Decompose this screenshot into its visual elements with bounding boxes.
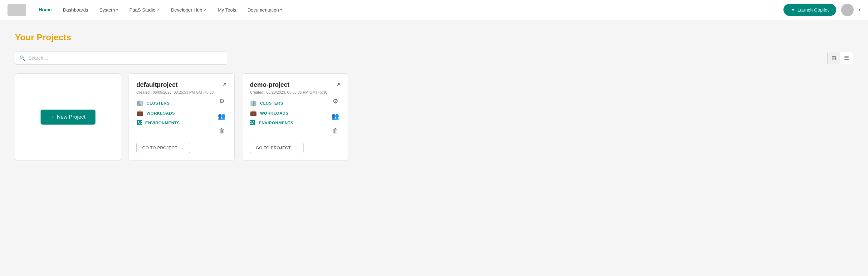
workloads-icon: 💼: [250, 110, 257, 117]
environments-icon: 🖼: [136, 120, 142, 126]
search-icon: 🔍: [19, 55, 26, 61]
clusters-icon: 🏢: [250, 100, 257, 106]
grid-icon: ⊞: [832, 55, 836, 62]
search-input[interactable]: [15, 51, 227, 65]
project-card-demo-project: demo-project ↗ Created : 06/20/2023, 05:…: [242, 73, 348, 161]
trash-icon: 🗑: [332, 127, 339, 134]
avatar[interactable]: [841, 4, 854, 16]
workloads-label: WORKLOADS: [260, 111, 289, 116]
workloads-label: WORKLOADS: [147, 111, 175, 116]
project-created: Created : 06/09/2023, 03:25:53 PM GMT+5:…: [136, 90, 227, 95]
nav-developer-hub-label: Developer Hub: [171, 7, 202, 12]
navbar: Home Dashboards System ▾ PaaS Studio ↗ D…: [0, 0, 868, 20]
arrow-right-icon: →: [180, 146, 184, 150]
nav-item-developer-hub[interactable]: Developer Hub ↗: [166, 5, 212, 15]
project-actions: ⚙ 👥 🗑: [330, 96, 340, 136]
environments-label: ENVIRONMENTS: [145, 121, 180, 125]
environments-label: ENVIRONMENTS: [259, 121, 293, 125]
go-to-project-label: GO TO PROJECT: [142, 146, 177, 150]
search-input-wrap: 🔍: [15, 51, 227, 65]
list-view-button[interactable]: ☰: [840, 52, 853, 64]
members-icon: 👥: [218, 113, 225, 120]
nav-item-dashboards[interactable]: Dashboards: [58, 5, 93, 15]
gear-icon: ⚙: [333, 98, 338, 104]
trash-icon: 🗑: [219, 127, 225, 134]
nav-item-paas-studio[interactable]: PaaS Studio ↗: [124, 5, 165, 15]
nav-item-system[interactable]: System ▾: [95, 5, 123, 15]
chevron-down-icon: ▾: [116, 8, 118, 12]
nav-documentation-label: Documentation: [247, 7, 279, 12]
view-toggle: ⊞ ☰: [828, 52, 853, 64]
members-button[interactable]: 👥: [330, 111, 340, 121]
environments-link[interactable]: 🖼 ENVIRONMENTS: [136, 120, 227, 126]
clusters-link[interactable]: 🏢 CLUSTERS: [136, 100, 227, 106]
new-project-button[interactable]: + New Project: [40, 110, 95, 125]
nav-paas-studio-label: PaaS Studio: [129, 7, 155, 12]
cards-grid: + New Project defaultproject ↗ Created :…: [15, 73, 853, 161]
project-links: 🏢 CLUSTERS 💼 WORKLOADS 🖼 ENVIRONMENTS: [136, 100, 227, 138]
nav-item-documentation[interactable]: Documentation ▾: [242, 5, 287, 15]
trend-icon[interactable]: ↗: [336, 81, 340, 88]
workloads-icon: 💼: [136, 110, 144, 117]
launch-copilot-button[interactable]: ✦ Launch Copilot: [783, 4, 836, 16]
nav-home-label: Home: [39, 7, 52, 12]
trend-icon[interactable]: ↗: [222, 81, 227, 88]
external-link-icon: ↗: [157, 8, 160, 12]
gear-icon: ⚙: [219, 98, 225, 104]
settings-button[interactable]: ⚙: [218, 96, 226, 106]
project-card-defaultproject: defaultproject ↗ Created : 06/09/2023, 0…: [128, 73, 235, 161]
workloads-link[interactable]: 💼 WORKLOADS: [250, 110, 340, 117]
arrow-right-icon: →: [293, 146, 298, 150]
project-card-header: demo-project ↗: [250, 81, 340, 88]
go-to-project-label: GO TO PROJECT: [256, 146, 291, 150]
nav-item-my-tools[interactable]: My Tools: [213, 5, 241, 15]
project-created: Created : 06/20/2023, 05:55:36 PM GMT+5:…: [250, 90, 340, 95]
copilot-icon: ✦: [791, 7, 795, 13]
settings-button[interactable]: ⚙: [331, 96, 339, 106]
nav-dashboards-label: Dashboards: [63, 7, 88, 12]
clusters-icon: 🏢: [136, 100, 144, 106]
nav-right: ✦ Launch Copilot ▾: [783, 4, 861, 16]
delete-button[interactable]: 🗑: [217, 126, 226, 136]
clusters-label: CLUSTERS: [260, 101, 283, 105]
project-name: demo-project: [250, 81, 289, 88]
members-icon: 👥: [331, 113, 339, 120]
project-actions: ⚙ 👥 🗑: [217, 96, 227, 136]
grid-view-button[interactable]: ⊞: [828, 52, 840, 64]
nav-my-tools-label: My Tools: [218, 7, 236, 12]
clusters-link[interactable]: 🏢 CLUSTERS: [250, 100, 340, 106]
nav-logo: [7, 4, 26, 16]
nav-item-home[interactable]: Home: [34, 4, 57, 15]
chevron-down-icon: ▾: [280, 8, 282, 12]
project-links: 🏢 CLUSTERS 💼 WORKLOADS 🖼 ENVIRONMENTS: [250, 100, 340, 138]
search-bar-wrap: 🔍 ⊞ ☰: [15, 51, 853, 65]
nav-links: Home Dashboards System ▾ PaaS Studio ↗ D…: [34, 4, 783, 15]
project-card-header: defaultproject ↗: [136, 81, 227, 88]
launch-copilot-label: Launch Copilot: [798, 7, 829, 12]
avatar-chevron-icon[interactable]: ▾: [859, 8, 861, 12]
workloads-link[interactable]: 💼 WORKLOADS: [136, 110, 227, 117]
project-name: defaultproject: [136, 81, 178, 88]
new-project-card: + New Project: [15, 73, 121, 161]
go-to-project-button[interactable]: GO TO PROJECT →: [250, 143, 304, 153]
nav-system-label: System: [99, 7, 115, 12]
delete-button[interactable]: 🗑: [331, 126, 340, 136]
clusters-label: CLUSTERS: [147, 101, 170, 105]
main-content: Your Projects 🔍 ⊞ ☰ + New Project: [0, 20, 868, 173]
list-icon: ☰: [844, 55, 849, 62]
environments-link[interactable]: 🖼 ENVIRONMENTS: [250, 120, 340, 126]
page-title: Your Projects: [15, 32, 853, 42]
environments-icon: 🖼: [250, 120, 256, 126]
go-to-project-button[interactable]: GO TO PROJECT →: [136, 143, 190, 153]
plus-icon: +: [51, 114, 54, 120]
new-project-label: New Project: [57, 114, 86, 120]
external-link-icon: ↗: [204, 8, 207, 12]
members-button[interactable]: 👥: [217, 111, 227, 121]
